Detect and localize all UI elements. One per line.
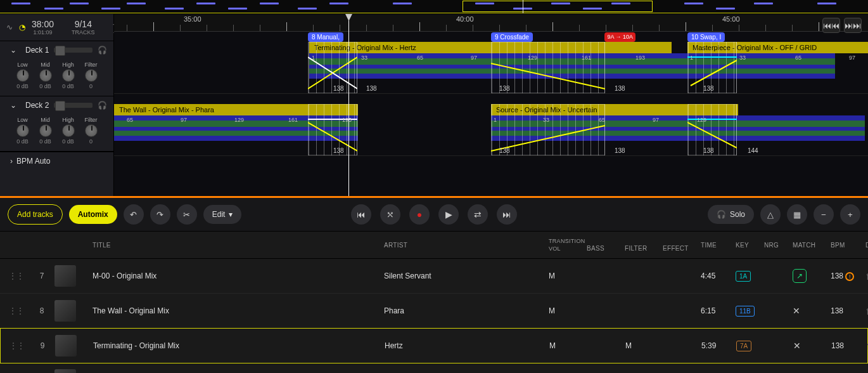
main-toolbar: Add tracks Automix ↶ ↷ ✂ Edit ▾ ⏮ ⤲ ● ▶ … xyxy=(0,198,868,232)
knob-label: High xyxy=(62,117,74,123)
chevron-down-icon[interactable]: ⌄ xyxy=(6,100,20,110)
clip-title[interactable]: Terminating - Original Mix - Hertz xyxy=(309,42,672,53)
edit-menu[interactable]: Edit ▾ xyxy=(203,205,242,224)
ruler-label: 45:00 xyxy=(722,15,740,23)
transition-region[interactable]: 10 Swap, I xyxy=(687,32,737,93)
track-artist: Hertz xyxy=(385,341,549,350)
deck-label: Deck 1 xyxy=(25,46,49,55)
mid-knob[interactable] xyxy=(39,69,52,82)
high-knob[interactable] xyxy=(62,69,75,82)
knob-label: Mid xyxy=(41,62,50,68)
track-title: The Wall - Original Mix xyxy=(93,306,384,315)
col-artist[interactable]: ARTIST xyxy=(384,242,549,249)
ruler-label: 35:00 xyxy=(184,15,201,23)
undo-button[interactable]: ↶ xyxy=(124,204,144,225)
cut-icon[interactable]: ✂ xyxy=(177,204,197,225)
track-count-label: TRACKS xyxy=(72,29,95,36)
next-button[interactable]: ⏭ xyxy=(497,204,517,225)
add-tracks-button[interactable]: Add tracks xyxy=(8,204,63,225)
deck1-lane[interactable]: Terminating - Original Mix - Hertz Maste… xyxy=(114,32,868,94)
table-row[interactable]: ⋮⋮ 8 The Wall - Original Mix Phara M 6:1… xyxy=(0,294,868,329)
drag-handle[interactable]: ⋮⋮ xyxy=(4,341,30,350)
table-row[interactable]: ⋮⋮ 7 M-00 - Original Mix Silent Servant … xyxy=(0,259,868,294)
key-badge: 1A xyxy=(736,271,751,282)
track-bpm: 138 ! xyxy=(831,272,865,281)
zoom-out-button[interactable]: − xyxy=(814,204,834,225)
high-knob[interactable] xyxy=(62,124,75,137)
playhead[interactable] xyxy=(348,14,349,196)
warning-icon[interactable]: △ xyxy=(760,204,781,225)
solo-button[interactable]: 🎧 Solo xyxy=(708,205,754,224)
drag-handle[interactable]: ⋮⋮ xyxy=(4,306,29,315)
minimap[interactable] xyxy=(0,0,868,14)
bpm-row[interactable]: › BPM Auto xyxy=(0,152,113,170)
deck-2: ⌄ Deck 2 🎧 Low 0 dB Mid 0 dB High 0 dB F… xyxy=(0,96,113,152)
filter-knob[interactable] xyxy=(85,69,98,82)
crossfader[interactable] xyxy=(54,103,93,108)
match-no-icon: ✕ xyxy=(793,341,801,351)
key-change-badge: 9A → 10A xyxy=(604,32,635,42)
headphones-icon[interactable]: 🎧 xyxy=(98,46,107,55)
trans-vol: M xyxy=(549,306,587,315)
transition-label: 9 Crossfade xyxy=(491,32,533,42)
loop-button[interactable]: ⇄ xyxy=(468,204,488,225)
timeline[interactable]: 35:00 40:00 45:00 ⏮⏮ ⏭⏭ Terminating - Or… xyxy=(114,14,868,196)
step-fwd-button[interactable]: ⏭⏭ xyxy=(844,18,862,33)
automix-button[interactable]: Automix xyxy=(69,205,117,224)
low-knob[interactable] xyxy=(16,69,29,82)
clock-icon: ◔ xyxy=(19,23,25,32)
track-thumbnail xyxy=(54,369,76,373)
timer-icon: ∿ xyxy=(6,23,13,32)
track-title: Terminating - Original Mix xyxy=(93,341,385,350)
ruler-label: 40:00 xyxy=(456,15,474,23)
table-row[interactable]: ⋮⋮ 9 Terminating - Original Mix Hertz M … xyxy=(0,328,868,363)
mid-knob[interactable] xyxy=(39,124,52,137)
play-button[interactable]: ▶ xyxy=(438,204,459,225)
key-badge: 11B xyxy=(736,306,755,317)
trans-vol: M xyxy=(549,272,587,280)
delete-button[interactable]: 🗑 xyxy=(865,306,868,316)
deck2-lane[interactable]: The Wall - Original Mix - Phara Source -… xyxy=(114,94,868,156)
trans-filter: M xyxy=(625,341,663,350)
step-back-button[interactable]: ⏮⏮ xyxy=(822,18,840,33)
knob-value: 0 dB xyxy=(16,138,29,145)
prev-button[interactable]: ⏮ xyxy=(351,204,371,225)
zoom-in-button[interactable]: + xyxy=(840,204,860,225)
merge-icon[interactable]: ⤲ xyxy=(380,204,400,225)
deck-1: ⌄ Deck 1 🎧 Low 0 dB Mid 0 dB High 0 dB F… xyxy=(0,41,113,96)
headphones-icon[interactable]: 🎧 xyxy=(98,101,107,110)
track-number: 9 xyxy=(30,341,55,350)
redo-button[interactable]: ↷ xyxy=(150,204,170,225)
filter-knob[interactable] xyxy=(85,124,98,137)
knob-value: 0 xyxy=(89,83,93,89)
crossfader[interactable] xyxy=(54,48,93,53)
knob-value: 0 dB xyxy=(62,83,74,89)
current-time: 38:00 xyxy=(32,19,54,29)
record-button[interactable]: ● xyxy=(409,204,430,225)
bpm-label: BPM Auto xyxy=(16,157,50,166)
track-bpm: 138 xyxy=(831,341,866,350)
chevron-down-icon[interactable]: ⌄ xyxy=(6,45,20,55)
time-ruler[interactable]: 35:00 40:00 45:00 ⏮⏮ ⏭⏭ xyxy=(114,14,868,32)
key-badge: 7A xyxy=(736,341,751,351)
delete-button[interactable]: 🗑 xyxy=(865,271,868,281)
chevron-right-icon[interactable]: › xyxy=(6,156,16,166)
low-knob[interactable] xyxy=(16,124,29,137)
drag-handle[interactable]: ⋮⋮ xyxy=(4,272,29,280)
track-number: 7 xyxy=(29,272,54,280)
knob-value: 0 xyxy=(89,138,93,145)
headphones-icon: 🎧 xyxy=(717,210,726,219)
transition-region[interactable]: 8 Manual, xyxy=(308,32,357,93)
match-no-icon: ✕ xyxy=(793,306,800,316)
track-time: 5:39 xyxy=(701,341,736,350)
knob-value: 0 dB xyxy=(39,83,51,89)
track-thumbnail xyxy=(54,300,76,322)
deck-sidebar: ∿ ◔ 38:00 1:01:09 9/14 TRACKS -- ⌄ Deck … xyxy=(0,14,114,196)
col-title[interactable]: TITLE xyxy=(93,242,384,249)
grid-icon[interactable]: ▦ xyxy=(787,204,807,225)
table-row[interactable]: ⋮⋮ 10 Source - Original Mix Uncertain CF… xyxy=(0,363,868,373)
transition-region[interactable]: 9 Crossfade 9A → 10A xyxy=(491,32,605,93)
track-number: 8 xyxy=(29,306,54,315)
minimap-viewport[interactable] xyxy=(463,1,653,12)
tracklist-header: TITLE ARTIST TRANSITIONVOL BASS FILTER E… xyxy=(0,232,868,259)
